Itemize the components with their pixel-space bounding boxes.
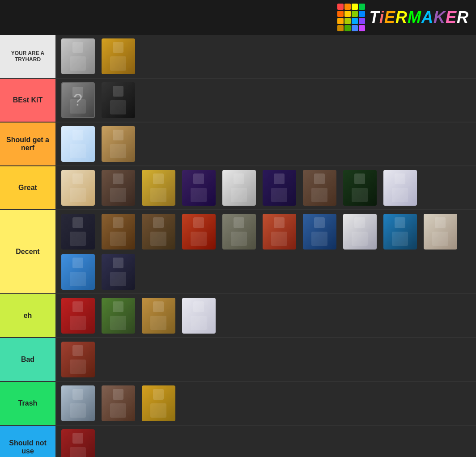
char-great-9[interactable] (380, 168, 420, 207)
tier-label-eh: eh (0, 294, 56, 337)
char-decent-1[interactable] (58, 212, 98, 251)
char-trash-2[interactable] (98, 384, 138, 423)
char-trash-3[interactable] (139, 384, 178, 423)
tier-row-nerf: Should get a nerf (0, 123, 476, 166)
tier-content-nerf (56, 123, 476, 165)
tier-label-great: Great (0, 166, 56, 209)
logo-grid (337, 4, 365, 31)
tier-label-trash: Trash (0, 382, 56, 425)
header: TiERMAKER (0, 0, 476, 35)
char-nerf-2[interactable] (98, 124, 138, 164)
tier-row-bad: Bad (0, 338, 476, 382)
tiermaker-logo: TiERMAKER (337, 4, 469, 31)
char-decent-11[interactable] (58, 252, 98, 292)
char-decent-9[interactable] (380, 212, 420, 251)
tier-content-bad (56, 338, 476, 381)
tier-row-eh: eh (0, 294, 476, 338)
tier-row-decent: Decent (0, 210, 476, 294)
tier-content-great (56, 166, 476, 209)
char-bad-1[interactable] (58, 340, 98, 379)
tier-content-tryhard (56, 35, 476, 78)
char-great-2[interactable] (98, 168, 138, 207)
char-great-5[interactable] (219, 168, 259, 207)
char-great-6[interactable] (259, 168, 299, 207)
char-decent-8[interactable] (340, 212, 379, 251)
char-tryhard-1[interactable] (58, 37, 98, 76)
tier-label-decent: Decent (0, 210, 56, 293)
char-eh-3[interactable] (139, 296, 178, 335)
tier-content-decent (56, 210, 476, 293)
char-eh-1[interactable] (58, 296, 98, 335)
char-decent-2[interactable] (98, 212, 138, 251)
char-great-4[interactable] (179, 168, 218, 207)
tier-content-shouldnot (56, 426, 476, 457)
char-decent-7[interactable] (300, 212, 339, 251)
tier-content-eh (56, 294, 476, 337)
tier-list: YOUR ARE A TRYHARDBEst KiT?Should get a … (0, 35, 476, 457)
char-decent-5[interactable] (219, 212, 259, 251)
char-great-3[interactable] (139, 168, 178, 207)
logo-text: TiERMAKER (370, 8, 469, 27)
tier-label-bad: Bad (0, 338, 56, 381)
char-eh-2[interactable] (98, 296, 138, 335)
char-great-1[interactable] (58, 168, 98, 207)
char-tryhard-2[interactable] (98, 37, 138, 76)
char-great-8[interactable] (340, 168, 379, 207)
tier-row-trash: Trash (0, 382, 476, 426)
char-eh-4[interactable] (179, 296, 218, 335)
char-trash-1[interactable] (58, 384, 98, 423)
tier-content-trash (56, 382, 476, 425)
char-great-7[interactable] (300, 168, 339, 207)
tier-row-great: Great (0, 166, 476, 210)
tier-row-tryhard: YOUR ARE A TRYHARD (0, 35, 476, 79)
tier-row-shouldnot: Should not use (0, 426, 476, 457)
tier-content-bestkit: ? (56, 79, 476, 122)
char-decent-10[interactable] (421, 212, 460, 251)
char-shouldnot-1[interactable] (58, 427, 98, 457)
tier-label-tryhard: YOUR ARE A TRYHARD (0, 35, 56, 78)
tier-label-bestkit: BEst KiT (0, 79, 56, 122)
tier-label-nerf: Should get a nerf (0, 123, 56, 165)
tier-label-shouldnot: Should not use (0, 426, 56, 457)
tier-row-bestkit: BEst KiT? (0, 79, 476, 123)
char-decent-4[interactable] (179, 212, 218, 251)
char-bestkit-1[interactable]: ? (58, 80, 98, 120)
char-decent-3[interactable] (139, 212, 178, 251)
char-bestkit-2[interactable] (98, 80, 138, 120)
char-nerf-1[interactable] (58, 124, 98, 164)
char-decent-6[interactable] (259, 212, 299, 251)
char-decent-12[interactable] (98, 252, 138, 292)
